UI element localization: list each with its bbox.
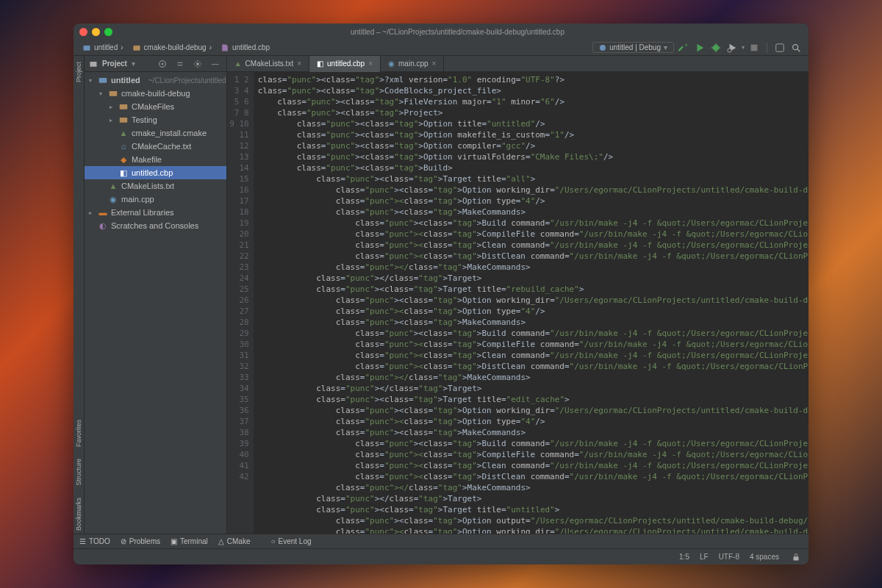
stop-icon[interactable]	[747, 41, 761, 54]
maximize-window[interactable]	[104, 28, 112, 36]
project-tool-tab[interactable]: Project	[74, 59, 84, 85]
svg-rect-0	[84, 46, 90, 51]
svg-rect-15	[120, 118, 128, 123]
window-controls	[79, 28, 112, 36]
indent-settings[interactable]: 4 spaces	[750, 553, 779, 561]
tree-external-libraries[interactable]: ▸▬External Libraries	[85, 206, 226, 219]
editor-tab-active[interactable]: ◧untitled.cbp×	[309, 56, 381, 72]
tree-file[interactable]: ▲cmake_install.cmake	[85, 126, 226, 140]
navigation-bar: untitled › cmake-build-debug › untitled.…	[74, 40, 808, 56]
project-tree: ▾untitled ~/CLionProjects/untitled ▾cmak…	[85, 72, 226, 534]
lock-icon[interactable]	[789, 551, 803, 564]
select-opened-file-icon[interactable]	[156, 57, 169, 71]
svg-point-7	[793, 44, 798, 49]
minimize-window[interactable]	[92, 28, 100, 36]
build-icon[interactable]	[677, 41, 690, 54]
event-log[interactable]: ○ Event Log	[270, 537, 311, 545]
run-icon[interactable]	[693, 41, 706, 54]
todo-tool[interactable]: ☰ TODO	[79, 537, 110, 545]
expand-all-icon[interactable]	[173, 57, 187, 71]
file-encoding[interactable]: UTF-8	[719, 553, 739, 561]
svg-rect-5	[751, 44, 758, 51]
breadcrumb[interactable]: untitled.cbp	[218, 42, 273, 54]
line-gutter: 1 2 3 4 5 6 7 8 9 10 11 12 13 14 15 16 1…	[227, 72, 254, 534]
svg-rect-12	[99, 78, 107, 83]
hide-icon[interactable]: —	[209, 57, 222, 71]
line-separator[interactable]: LF	[700, 553, 709, 561]
close-tab-icon[interactable]: ×	[432, 60, 437, 68]
tree-file[interactable]: ▲CMakeLists.txt	[85, 179, 226, 193]
svg-point-2	[600, 45, 606, 51]
svg-rect-16	[794, 556, 799, 560]
svg-rect-1	[133, 46, 140, 51]
run-with-coverage-icon[interactable]	[725, 41, 739, 54]
editor-tabs: ▲CMakeLists.txt× ◧untitled.cbp× ◉main.cp…	[227, 56, 808, 72]
bookmarks-tool-tab[interactable]: Bookmarks	[74, 495, 84, 534]
editor-area: ▲CMakeLists.txt× ◧untitled.cbp× ◉main.cp…	[227, 56, 808, 534]
sidebar-title: Project	[102, 60, 127, 68]
svg-point-11	[196, 62, 199, 65]
svg-rect-13	[110, 91, 118, 96]
git-icon[interactable]	[773, 41, 786, 54]
svg-rect-14	[120, 104, 128, 110]
breadcrumb[interactable]: untitled ›	[79, 42, 126, 54]
editor-tab[interactable]: ▲CMakeLists.txt×	[227, 56, 309, 72]
tree-scratches[interactable]: ◐Scratches and Consoles	[85, 219, 226, 232]
tree-folder[interactable]: ▸CMakeFiles	[85, 100, 226, 113]
code-content[interactable]: class="punc"><class="tag">?xml version="…	[254, 72, 808, 534]
close-window[interactable]	[79, 28, 87, 36]
tree-folder[interactable]: ▸Testing	[85, 113, 226, 126]
svg-point-4	[728, 48, 731, 51]
problems-tool[interactable]: ⊘ Problems	[121, 537, 160, 545]
ide-window: untitled – ~/CLionProjects/untitled/cmak…	[74, 24, 808, 564]
structure-tool-tab[interactable]: Structure	[74, 456, 84, 489]
left-tool-stripe: Project Favorites Structure Bookmarks	[74, 56, 85, 534]
tree-file-selected[interactable]: ◧untitled.cbp	[85, 166, 226, 179]
search-icon[interactable]	[789, 41, 803, 54]
debug-icon[interactable]	[709, 41, 723, 54]
favorites-tool-tab[interactable]: Favorites	[74, 417, 84, 450]
run-configuration-selector[interactable]: untitled | Debug ▾	[592, 42, 674, 53]
settings-gear-icon[interactable]	[191, 57, 204, 71]
close-tab-icon[interactable]: ×	[368, 60, 373, 68]
tool-window-bar: ☰ TODO ⊘ Problems ▣ Terminal △ CMake ○ E…	[74, 534, 808, 548]
titlebar: untitled – ~/CLionProjects/untitled/cmak…	[74, 24, 808, 40]
tree-file[interactable]: ⌂CMakeCache.txt	[85, 140, 226, 153]
code-editor[interactable]: 1 2 3 4 5 6 7 8 9 10 11 12 13 14 15 16 1…	[227, 72, 808, 534]
breadcrumb[interactable]: cmake-build-debug ›	[129, 42, 215, 54]
status-bar: 1:5 LF UTF-8 4 spaces	[74, 548, 808, 564]
editor-tab[interactable]: ◉main.cpp×	[381, 56, 444, 72]
tree-file[interactable]: ◆Makefile	[85, 153, 226, 166]
caret-position[interactable]: 1:5	[679, 553, 689, 561]
terminal-tool[interactable]: ▣ Terminal	[171, 537, 208, 545]
svg-rect-8	[90, 62, 97, 67]
window-title: untitled – ~/CLionProjects/untitled/cmak…	[112, 28, 803, 36]
cmake-tool[interactable]: △ CMake	[218, 537, 251, 545]
svg-point-3	[713, 44, 720, 51]
svg-point-10	[162, 63, 163, 65]
tree-folder[interactable]: ▾cmake-build-debug	[85, 87, 226, 100]
close-tab-icon[interactable]: ×	[297, 60, 301, 68]
svg-rect-6	[776, 43, 784, 51]
tree-root[interactable]: ▾untitled ~/CLionProjects/untitled	[85, 74, 226, 87]
tree-file[interactable]: ◉main.cpp	[85, 193, 226, 206]
project-sidebar: Project ▾ — ▾untitled ~/CLionProjects/un…	[85, 56, 227, 534]
sidebar-header: Project ▾ —	[85, 56, 226, 72]
